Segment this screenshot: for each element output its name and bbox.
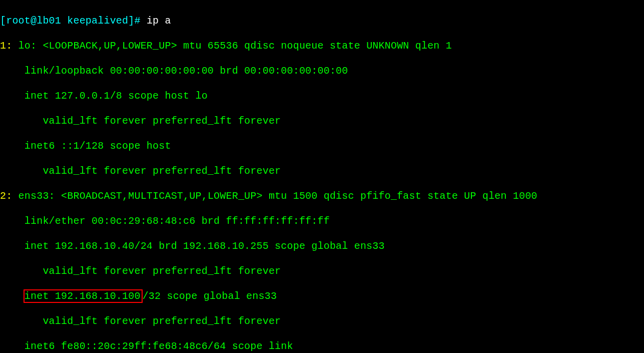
terminal-line: link/ether 00:0c:29:68:48:c6 brd ff:ff:f… [0,215,644,227]
terminal-line: [root@lb01 keepalived]# ip a [0,15,644,27]
iface-flags: <BROADCAST,MULTICAST,UP,LOWER_UP> mtu 15… [61,190,537,202]
indent [0,290,25,302]
command-text: ip a [147,15,171,27]
terminal-line: valid_lft forever preferred_lft forever [0,165,644,177]
iface-name: ens33: [19,190,61,202]
terminal-line: 1: lo: <LOOPBACK,UP,LOWER_UP> mtu 65536 … [0,40,644,52]
terminal-line: inet6 fe80::20c:29ff:fe68:48c6/64 scope … [0,340,644,352]
terminal-line: inet 192.168.10.40/24 brd 192.168.10.255… [0,240,644,252]
iface-name: lo: [19,40,43,52]
terminal-line: valid_lft forever preferred_lft forever [0,115,644,127]
prompt-path: keepalived [61,15,128,27]
terminal[interactable]: [root@lb01 keepalived]# ip a 1: lo: <LOO… [0,0,644,353]
terminal-line: inet6 ::1/128 scope host [0,140,644,152]
prompt-bracket-close: ]# [128,15,147,27]
iface-index: 2: [0,190,19,202]
terminal-line: valid_lft forever preferred_lft forever [0,265,644,277]
iface-flags: <LOOPBACK,UP,LOWER_UP> mtu 65536 qdisc n… [43,40,452,52]
terminal-line: 2: ens33: <BROADCAST,MULTICAST,UP,LOWER_… [0,190,644,202]
prompt-user-host: root@lb01 [6,15,61,27]
highlight-box-vip: inet 192.168.10.100 [24,289,143,303]
prompt-bracket-open: [ [0,15,6,27]
terminal-line: valid_lft forever preferred_lft forever [0,315,644,327]
terminal-line: inet 127.0.0.1/8 scope host lo [0,90,644,102]
iface-index: 1: [0,40,19,52]
terminal-line: link/loopback 00:00:00:00:00:00 brd 00:0… [0,65,644,77]
rest-text: /32 scope global ens33 [143,290,277,302]
terminal-line: inet 192.168.10.100/32 scope global ens3… [0,290,644,302]
